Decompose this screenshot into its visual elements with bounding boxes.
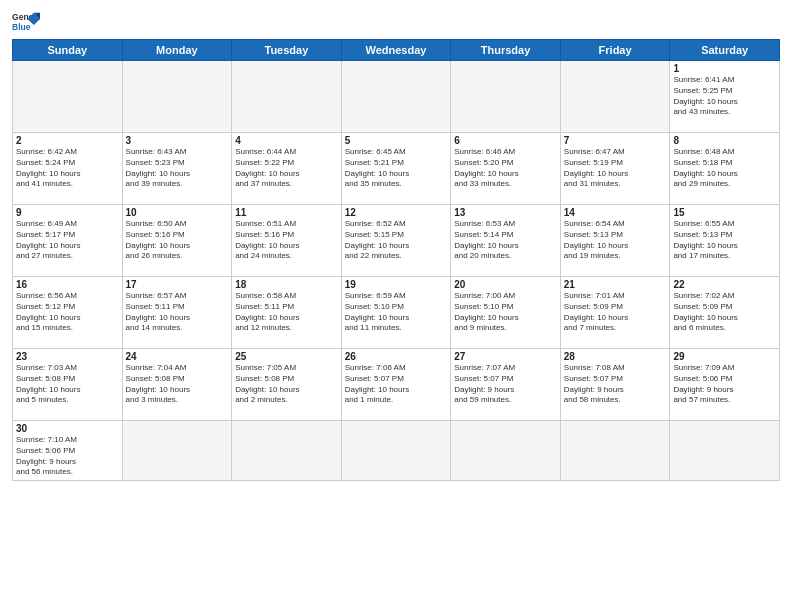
day-info: Sunrise: 6:41 AM Sunset: 5:25 PM Dayligh… (673, 75, 776, 118)
calendar-cell: 7Sunrise: 6:47 AM Sunset: 5:19 PM Daylig… (560, 133, 670, 205)
logo-icon: General Blue (12, 11, 40, 33)
day-info: Sunrise: 6:50 AM Sunset: 5:16 PM Dayligh… (126, 219, 229, 262)
calendar-cell: 23Sunrise: 7:03 AM Sunset: 5:08 PM Dayli… (13, 349, 123, 421)
day-number: 25 (235, 351, 338, 362)
day-info: Sunrise: 6:59 AM Sunset: 5:10 PM Dayligh… (345, 291, 448, 334)
day-info: Sunrise: 6:47 AM Sunset: 5:19 PM Dayligh… (564, 147, 667, 190)
calendar-cell: 1Sunrise: 6:41 AM Sunset: 5:25 PM Daylig… (670, 61, 780, 133)
weekday-header-thursday: Thursday (451, 40, 561, 61)
calendar-week-1: 2Sunrise: 6:42 AM Sunset: 5:24 PM Daylig… (13, 133, 780, 205)
day-info: Sunrise: 6:58 AM Sunset: 5:11 PM Dayligh… (235, 291, 338, 334)
calendar-cell (341, 61, 451, 133)
day-info: Sunrise: 6:43 AM Sunset: 5:23 PM Dayligh… (126, 147, 229, 190)
day-info: Sunrise: 6:44 AM Sunset: 5:22 PM Dayligh… (235, 147, 338, 190)
weekday-header-sunday: Sunday (13, 40, 123, 61)
calendar-cell: 19Sunrise: 6:59 AM Sunset: 5:10 PM Dayli… (341, 277, 451, 349)
day-number: 20 (454, 279, 557, 290)
calendar-week-2: 9Sunrise: 6:49 AM Sunset: 5:17 PM Daylig… (13, 205, 780, 277)
day-info: Sunrise: 7:04 AM Sunset: 5:08 PM Dayligh… (126, 363, 229, 406)
day-info: Sunrise: 7:00 AM Sunset: 5:10 PM Dayligh… (454, 291, 557, 334)
calendar-cell: 9Sunrise: 6:49 AM Sunset: 5:17 PM Daylig… (13, 205, 123, 277)
day-number: 15 (673, 207, 776, 218)
day-info: Sunrise: 6:45 AM Sunset: 5:21 PM Dayligh… (345, 147, 448, 190)
day-number: 18 (235, 279, 338, 290)
calendar-cell (232, 421, 342, 481)
day-number: 3 (126, 135, 229, 146)
calendar-cell (13, 61, 123, 133)
calendar-cell (122, 61, 232, 133)
day-number: 24 (126, 351, 229, 362)
calendar-cell: 20Sunrise: 7:00 AM Sunset: 5:10 PM Dayli… (451, 277, 561, 349)
day-number: 21 (564, 279, 667, 290)
day-number: 7 (564, 135, 667, 146)
header: General Blue (12, 10, 780, 33)
weekday-header-saturday: Saturday (670, 40, 780, 61)
day-info: Sunrise: 6:46 AM Sunset: 5:20 PM Dayligh… (454, 147, 557, 190)
calendar-week-0: 1Sunrise: 6:41 AM Sunset: 5:25 PM Daylig… (13, 61, 780, 133)
calendar-cell: 11Sunrise: 6:51 AM Sunset: 5:16 PM Dayli… (232, 205, 342, 277)
calendar-week-5: 30Sunrise: 7:10 AM Sunset: 5:06 PM Dayli… (13, 421, 780, 481)
calendar-cell: 3Sunrise: 6:43 AM Sunset: 5:23 PM Daylig… (122, 133, 232, 205)
day-info: Sunrise: 6:51 AM Sunset: 5:16 PM Dayligh… (235, 219, 338, 262)
day-number: 11 (235, 207, 338, 218)
calendar-cell (451, 61, 561, 133)
day-number: 1 (673, 63, 776, 74)
calendar-cell: 30Sunrise: 7:10 AM Sunset: 5:06 PM Dayli… (13, 421, 123, 481)
day-number: 9 (16, 207, 119, 218)
calendar-cell: 14Sunrise: 6:54 AM Sunset: 5:13 PM Dayli… (560, 205, 670, 277)
calendar-cell: 13Sunrise: 6:53 AM Sunset: 5:14 PM Dayli… (451, 205, 561, 277)
day-number: 6 (454, 135, 557, 146)
calendar-cell: 5Sunrise: 6:45 AM Sunset: 5:21 PM Daylig… (341, 133, 451, 205)
calendar-week-3: 16Sunrise: 6:56 AM Sunset: 5:12 PM Dayli… (13, 277, 780, 349)
day-info: Sunrise: 7:02 AM Sunset: 5:09 PM Dayligh… (673, 291, 776, 334)
day-number: 28 (564, 351, 667, 362)
day-number: 13 (454, 207, 557, 218)
calendar-cell (341, 421, 451, 481)
weekday-header-friday: Friday (560, 40, 670, 61)
calendar-cell: 12Sunrise: 6:52 AM Sunset: 5:15 PM Dayli… (341, 205, 451, 277)
weekday-header-tuesday: Tuesday (232, 40, 342, 61)
calendar-cell: 4Sunrise: 6:44 AM Sunset: 5:22 PM Daylig… (232, 133, 342, 205)
day-number: 12 (345, 207, 448, 218)
calendar-cell: 18Sunrise: 6:58 AM Sunset: 5:11 PM Dayli… (232, 277, 342, 349)
day-number: 4 (235, 135, 338, 146)
svg-text:Blue: Blue (12, 22, 31, 32)
page: General Blue SundayMondayTuesdayWednesda… (0, 0, 792, 612)
calendar-cell: 22Sunrise: 7:02 AM Sunset: 5:09 PM Dayli… (670, 277, 780, 349)
day-number: 17 (126, 279, 229, 290)
day-info: Sunrise: 6:53 AM Sunset: 5:14 PM Dayligh… (454, 219, 557, 262)
calendar-cell: 15Sunrise: 6:55 AM Sunset: 5:13 PM Dayli… (670, 205, 780, 277)
calendar-cell (560, 421, 670, 481)
day-number: 29 (673, 351, 776, 362)
day-info: Sunrise: 6:56 AM Sunset: 5:12 PM Dayligh… (16, 291, 119, 334)
day-number: 16 (16, 279, 119, 290)
calendar-cell: 8Sunrise: 6:48 AM Sunset: 5:18 PM Daylig… (670, 133, 780, 205)
day-info: Sunrise: 7:03 AM Sunset: 5:08 PM Dayligh… (16, 363, 119, 406)
day-info: Sunrise: 6:57 AM Sunset: 5:11 PM Dayligh… (126, 291, 229, 334)
day-number: 14 (564, 207, 667, 218)
calendar-cell: 16Sunrise: 6:56 AM Sunset: 5:12 PM Dayli… (13, 277, 123, 349)
day-number: 30 (16, 423, 119, 434)
day-info: Sunrise: 6:55 AM Sunset: 5:13 PM Dayligh… (673, 219, 776, 262)
day-info: Sunrise: 7:06 AM Sunset: 5:07 PM Dayligh… (345, 363, 448, 406)
calendar-cell: 25Sunrise: 7:05 AM Sunset: 5:08 PM Dayli… (232, 349, 342, 421)
calendar-cell: 21Sunrise: 7:01 AM Sunset: 5:09 PM Dayli… (560, 277, 670, 349)
day-info: Sunrise: 6:52 AM Sunset: 5:15 PM Dayligh… (345, 219, 448, 262)
calendar-cell (670, 421, 780, 481)
day-number: 2 (16, 135, 119, 146)
weekday-header-monday: Monday (122, 40, 232, 61)
day-number: 19 (345, 279, 448, 290)
logo: General Blue (12, 10, 42, 33)
calendar-cell: 29Sunrise: 7:09 AM Sunset: 5:06 PM Dayli… (670, 349, 780, 421)
calendar-cell (232, 61, 342, 133)
calendar-cell: 26Sunrise: 7:06 AM Sunset: 5:07 PM Dayli… (341, 349, 451, 421)
weekday-row: SundayMondayTuesdayWednesdayThursdayFrid… (13, 40, 780, 61)
day-info: Sunrise: 7:09 AM Sunset: 5:06 PM Dayligh… (673, 363, 776, 406)
day-number: 27 (454, 351, 557, 362)
calendar-body: 1Sunrise: 6:41 AM Sunset: 5:25 PM Daylig… (13, 61, 780, 481)
calendar-cell (560, 61, 670, 133)
day-info: Sunrise: 7:05 AM Sunset: 5:08 PM Dayligh… (235, 363, 338, 406)
calendar-cell (122, 421, 232, 481)
day-info: Sunrise: 6:54 AM Sunset: 5:13 PM Dayligh… (564, 219, 667, 262)
calendar-week-4: 23Sunrise: 7:03 AM Sunset: 5:08 PM Dayli… (13, 349, 780, 421)
